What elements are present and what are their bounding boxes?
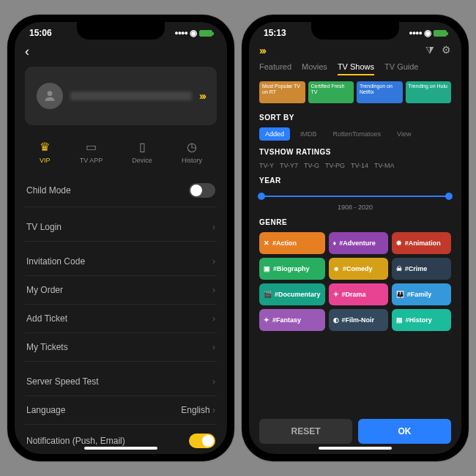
ok-button[interactable]: OK <box>358 419 451 444</box>
tv-login-row[interactable]: TV Login› <box>25 213 217 242</box>
clock: 15:06 <box>29 28 52 38</box>
speed-test-row[interactable]: Server Speed Test› <box>25 368 217 396</box>
chevron-right-icon: › <box>212 285 215 295</box>
genre-icon: 🎬 <box>264 291 272 298</box>
sort-by-label: SORT BY <box>259 114 451 122</box>
profile-name-blurred <box>70 92 192 100</box>
invitation-row[interactable]: Invitation Code› <box>25 248 217 276</box>
tabs: FeaturedMoviesTV ShowsTV Guide <box>259 62 451 81</box>
signal-icon: ●●●● <box>409 29 422 37</box>
year-range-value: 1908 - 2020 <box>259 204 451 211</box>
add-ticket-row[interactable]: Add Ticket› <box>25 305 217 333</box>
my-order-row[interactable]: My Order› <box>25 276 217 305</box>
wifi-icon: ◉ <box>424 28 431 38</box>
notch <box>311 22 399 40</box>
battery-icon <box>434 30 447 37</box>
chip[interactable]: Certified Fresh TV <box>308 81 354 103</box>
sort-options: AddedIMDBRottenTomatoesView <box>259 127 451 141</box>
logo[interactable]: ››› <box>259 45 265 56</box>
child-mode-row: Child Mode <box>25 174 217 207</box>
tab-featured[interactable]: Featured <box>259 62 291 75</box>
genre-icon: ✦ <box>264 316 269 324</box>
tvapp-button[interactable]: ▭TV APP <box>80 140 103 164</box>
genre-tile[interactable]: ☠#Crime <box>392 258 451 280</box>
sort-option[interactable]: RottenTomatoes <box>327 127 387 141</box>
genre-tile[interactable]: ◐#Film-Noir <box>329 309 388 331</box>
header: ››› ⧩ ⚙ <box>259 41 451 62</box>
history-button[interactable]: ◷History <box>182 140 202 164</box>
rating-option[interactable]: TV-Y <box>259 162 274 169</box>
bottom-bar: RESET OK <box>259 419 451 444</box>
clock: 15:13 <box>264 28 286 38</box>
crown-icon: ♛ <box>40 140 50 154</box>
category-chips: Most Popular TV on RTCertified Fresh TVT… <box>259 81 451 103</box>
chevron-right-icon: › <box>212 313 215 324</box>
genre-icon: ✹ <box>396 239 402 247</box>
notch <box>77 22 165 40</box>
year-label: YEAR <box>259 176 451 185</box>
profile-card[interactable]: ››› <box>25 67 217 125</box>
genre-tile[interactable]: ✦#Drama <box>329 283 388 305</box>
settings-icon[interactable]: ⚙ <box>442 44 451 56</box>
language-row[interactable]: LanguageEnglish › <box>25 396 217 425</box>
tab-tv-shows[interactable]: TV Shows <box>338 62 374 75</box>
back-button[interactable]: ‹ <box>25 41 217 62</box>
year-slider[interactable] <box>259 190 451 202</box>
notification-toggle[interactable] <box>189 434 215 448</box>
chevron-right-icon: › <box>212 376 215 387</box>
avatar <box>37 83 63 109</box>
genre-icon: ♦ <box>333 239 337 247</box>
slider-thumb-left[interactable] <box>258 193 265 200</box>
child-mode-toggle[interactable] <box>189 183 215 198</box>
quick-actions: ♛VIP ▭TV APP ▯Device ◷History <box>25 135 217 174</box>
chip[interactable]: Trending on Hulu <box>406 81 452 103</box>
wifi-icon: ◉ <box>190 28 197 38</box>
rating-options: TV-YTV-Y7TV-GTV-PGTV-14TV-MA <box>259 162 451 169</box>
slider-thumb-right[interactable] <box>445 193 453 200</box>
genre-tile[interactable]: ✹#Animation <box>392 232 451 254</box>
genre-icon: 👪 <box>396 291 404 298</box>
battery-icon <box>199 30 212 37</box>
rating-option[interactable]: TV-MA <box>374 162 395 169</box>
chevron-right-icon: › <box>212 342 215 352</box>
chevron-right-icon: ››› <box>199 90 205 102</box>
home-indicator[interactable] <box>319 447 392 450</box>
genre-icon: ✕ <box>264 239 269 247</box>
rating-option[interactable]: TV-14 <box>351 162 368 169</box>
tab-movies[interactable]: Movies <box>302 62 327 75</box>
tab-tv-guide[interactable]: TV Guide <box>384 62 418 75</box>
clock-icon: ◷ <box>187 140 197 154</box>
rating-option[interactable]: TV-G <box>304 162 319 169</box>
genre-tile[interactable]: ☻#Comedy <box>329 258 388 280</box>
slider-track <box>259 196 451 197</box>
sort-option[interactable]: IMDB <box>294 127 323 141</box>
filter-icon[interactable]: ⧩ <box>425 44 434 56</box>
rating-option[interactable]: TV-Y7 <box>280 162 298 169</box>
vip-button[interactable]: ♛VIP <box>40 140 51 164</box>
reset-button[interactable]: RESET <box>259 419 352 444</box>
my-tickets-row[interactable]: My Tickets› <box>25 333 217 362</box>
genre-grid: ✕#Action♦#Adventure✹#Animation▣#Biograph… <box>259 232 451 331</box>
chip[interactable]: Trendingon on Netflix <box>357 81 403 103</box>
sort-option[interactable]: Added <box>259 127 290 141</box>
chip[interactable]: Most Popular TV on RT <box>259 81 305 103</box>
sort-option[interactable]: View <box>391 127 417 141</box>
genre-label: GENRE <box>259 218 451 226</box>
genre-tile[interactable]: ▣#Biography <box>259 258 325 280</box>
genre-tile[interactable]: ✦#Fantasy <box>259 309 325 331</box>
genre-tile[interactable]: ▤#History <box>392 309 451 331</box>
genre-tile[interactable]: 👪#Family <box>392 283 451 305</box>
rating-option[interactable]: TV-PG <box>325 162 345 169</box>
home-indicator[interactable] <box>84 447 157 450</box>
genre-tile[interactable]: ♦#Adventure <box>329 232 388 254</box>
tv-icon: ▭ <box>86 140 97 154</box>
genre-tile[interactable]: ✕#Action <box>259 232 325 254</box>
svg-point-0 <box>48 91 53 96</box>
genre-icon: ▣ <box>264 265 270 272</box>
ratings-label: TVSHOW RATINGS <box>259 148 451 156</box>
phone-right: 15:13 ●●●● ◉ ››› ⧩ ⚙ FeaturedMoviesTV Sh… <box>242 15 469 461</box>
device-button[interactable]: ▯Device <box>132 140 152 164</box>
genre-icon: ☻ <box>333 265 340 272</box>
genre-tile[interactable]: 🎬#Documentary <box>259 283 325 305</box>
device-icon: ▯ <box>139 140 146 154</box>
